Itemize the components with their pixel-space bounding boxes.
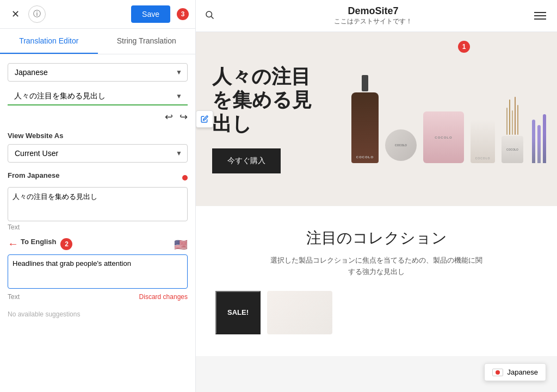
frosted-bottle: COCOLO	[471, 120, 495, 163]
website-header: DemoSite7 ここはテストサイトです！	[196, 0, 557, 32]
hamburger-line-2	[534, 15, 546, 16]
from-section: From Japanese 人々の注目を集める見出し Text	[8, 171, 188, 231]
jar-silver: COCOLO	[385, 129, 417, 161]
hero-text-area: 人々の注目を集める見出し 今すぐ購入	[196, 43, 341, 195]
language-select-wrapper: Japanese English French Spanish ▼	[8, 63, 188, 82]
to-text-area[interactable]: Headlines that grab people's attention	[8, 254, 188, 289]
from-text-sublabel: Text	[8, 223, 188, 231]
hero-title: 人々の注目を集める見出し	[212, 65, 324, 135]
from-text-area[interactable]: 人々の注目を集める見出し	[8, 187, 188, 221]
top-bar: ✕ ⓘ Save 3	[0, 0, 195, 29]
panel-body: Japanese English French Spanish ▼ 人々の注目を…	[0, 54, 195, 392]
site-title-area: DemoSite7 ここはテストサイトです！	[214, 5, 532, 26]
product-thumbnails: SALE!	[207, 291, 546, 334]
svg-point-0	[206, 11, 212, 17]
jp-flag-icon	[492, 369, 503, 376]
flowers	[532, 114, 546, 163]
info-button[interactable]: ⓘ	[28, 5, 46, 23]
hero-image-area: COCOLO COCOLO COCOLO COCOLO	[341, 64, 557, 174]
product-group: COCOLO COCOLO COCOLO COCOLO	[351, 75, 546, 163]
from-lang-header: From Japanese	[8, 171, 188, 184]
text-actions: Text Discard changes	[8, 293, 188, 304]
tab-bar: Translation Editor String Translation	[0, 29, 195, 54]
language-select[interactable]: Japanese English French Spanish	[8, 63, 188, 82]
collection-section: 注目のコレクション 選択した製品コレクションに焦点を当てるための、製品の機能に関…	[196, 206, 557, 356]
to-text-sublabel: Text	[8, 293, 20, 301]
language-badge-label: Japanese	[508, 368, 538, 376]
translation-string-select[interactable]: 人々の注目を集める見出し	[8, 87, 188, 105]
close-button[interactable]: ✕	[7, 5, 24, 23]
hero-section: 1 人々の注目を集める見出し 今すぐ購入 COCOLO	[196, 32, 557, 206]
search-button[interactable]	[205, 10, 214, 22]
to-lang-header: ← To English 2 🇺🇸	[8, 238, 188, 251]
from-lang-label: From Japanese	[8, 171, 59, 179]
translation-string-select-wrapper: 人々の注目を集める見出し ▼	[8, 87, 188, 105]
diffuser-label: COCOLO	[506, 148, 518, 151]
edit-pencil-button[interactable]	[196, 110, 213, 128]
collection-title: 注目のコレクション	[207, 228, 546, 248]
undo-redo-row: ↩ ↪	[8, 111, 188, 123]
redo-button[interactable]: ↪	[180, 111, 188, 123]
jar-silver-label: COCOLO	[395, 144, 407, 147]
pump-bottle: COCOLO	[351, 75, 379, 163]
to-lang-arrow: ←	[8, 238, 18, 250]
diffuser: COCOLO	[502, 102, 523, 163]
buy-button[interactable]: 今すぐ購入	[212, 148, 281, 173]
hamburger-line-3	[534, 18, 546, 20]
language-badge[interactable]: Japanese	[484, 363, 546, 381]
discard-changes-link[interactable]: Discard changes	[139, 293, 188, 304]
to-lang-arrow-row: ← To English 2	[8, 238, 72, 250]
view-website-section: View Website As Current User Guest Admin…	[8, 132, 188, 163]
to-lang-label: To English	[21, 238, 56, 246]
save-button[interactable]: Save	[131, 5, 170, 23]
bottle-label: COCOLO	[356, 155, 374, 159]
website-content: 1 人々の注目を集める見出し 今すぐ購入 COCOLO	[196, 32, 557, 392]
red-dot-indicator	[182, 175, 188, 181]
hamburger-line-1	[534, 12, 546, 13]
no-suggestions-label: No available suggestions	[8, 310, 188, 318]
frosted-label: COCOLO	[475, 157, 491, 160]
search-icon	[205, 10, 214, 20]
annotation-badge-3: 3	[177, 8, 189, 20]
to-section: ← To English 2 🇺🇸 Headlines that grab pe…	[8, 238, 188, 318]
view-website-label: View Website As	[8, 132, 188, 140]
jar-pink-label: COCOLO	[435, 136, 452, 139]
site-subtitle: ここはテストサイトです！	[214, 17, 532, 26]
tab-string-translation[interactable]: String Translation	[98, 29, 196, 54]
sale-button[interactable]: SALE!	[215, 291, 261, 334]
svg-line-1	[211, 16, 213, 18]
jar-pink: COCOLO	[423, 111, 464, 163]
collection-subtitle: 選択した製品コレクションに焦点を当てるための、製品の機能に関する強力な見出し	[268, 255, 485, 278]
left-panel: ✕ ⓘ Save 3 Translation Editor String Tra…	[0, 0, 196, 392]
annotation-badge-2: 2	[60, 238, 72, 250]
product-thumbnail-1	[267, 291, 332, 334]
site-title: DemoSite7	[214, 5, 532, 17]
hamburger-button[interactable]	[532, 10, 548, 22]
annotation-badge-1: 1	[458, 41, 470, 53]
annotation-1-area: 1	[458, 41, 470, 53]
undo-button[interactable]: ↩	[165, 111, 173, 123]
pencil-icon	[201, 115, 208, 123]
right-panel: DemoSite7 ここはテストサイトです！ 1 人々の注	[196, 0, 557, 392]
flag-icon: 🇺🇸	[174, 238, 188, 251]
tab-translation-editor[interactable]: Translation Editor	[0, 29, 98, 54]
view-website-select[interactable]: Current User Guest Admin	[8, 144, 188, 163]
view-website-select-wrapper: Current User Guest Admin ▼	[8, 144, 188, 163]
